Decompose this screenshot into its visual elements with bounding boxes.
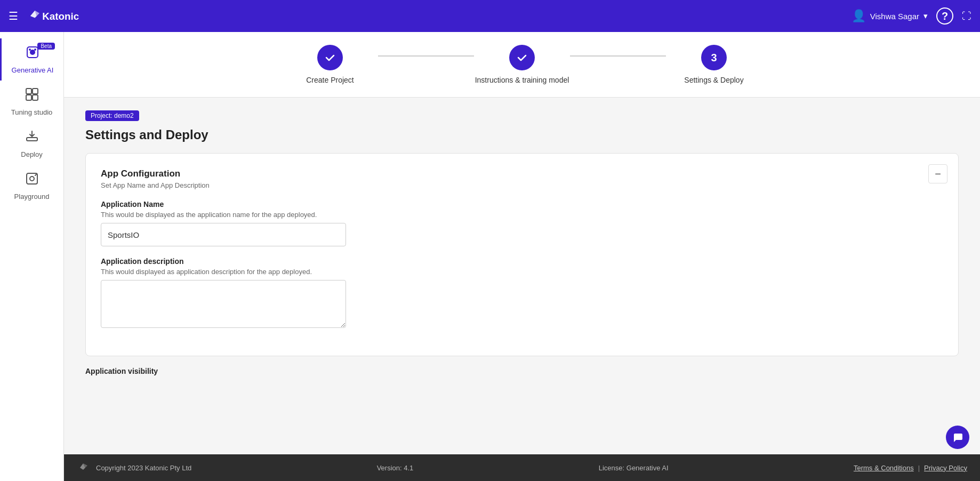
help-button[interactable]: ?: [936, 7, 953, 25]
step-create-project: Create Project: [282, 45, 378, 84]
sidebar: Beta Generative AI Tuning: [0, 32, 64, 481]
svg-rect-8: [33, 95, 38, 100]
deploy-icon: [25, 129, 39, 147]
page-content: Project: demo2 Settings and Deploy − App…: [64, 98, 980, 454]
sidebar-label-tuning-studio: Tuning studio: [11, 108, 53, 116]
app-visibility-label: Application visibility: [85, 367, 959, 375]
stepper-bar: Create Project Instructions & training m…: [64, 32, 980, 98]
footer-version: Version: 4.1: [377, 464, 414, 472]
main-layout: Beta Generative AI Tuning: [0, 32, 980, 481]
chat-bubble-button[interactable]: [946, 426, 969, 449]
chevron-down-icon: ▾: [923, 11, 928, 21]
svg-rect-7: [26, 95, 31, 100]
svg-point-3: [29, 49, 31, 51]
playground-icon: [25, 171, 39, 189]
sidebar-label-generative-ai: Generative AI: [12, 66, 54, 74]
svg-point-2: [30, 50, 35, 55]
step-2-circle: [509, 45, 535, 70]
app-name-input[interactable]: [101, 223, 346, 246]
tuning-studio-icon: [25, 87, 39, 105]
sidebar-item-deploy[interactable]: Deploy: [0, 123, 63, 165]
app-name-hint: This would be displayed as the applicati…: [101, 211, 943, 219]
sidebar-label-deploy: Deploy: [21, 150, 42, 158]
user-avatar-icon: 👤: [852, 9, 866, 23]
main-content: Create Project Instructions & training m…: [64, 32, 980, 481]
sidebar-label-playground: Playground: [14, 193, 50, 201]
header-right: 👤 Vishwa Sagar ▾ ? ⛶: [852, 7, 971, 25]
footer: Copyright 2023 Katonic Pty Ltd Version: …: [64, 454, 980, 481]
app-config-card: − App Configuration Set App Name and App…: [85, 153, 959, 356]
sidebar-item-tuning-studio[interactable]: Tuning studio: [0, 81, 63, 123]
app-name-label: Application Name: [101, 200, 943, 209]
app-name-field-group: Application Name This would be displayed…: [101, 200, 943, 246]
footer-copyright: Copyright 2023 Katonic Pty Ltd: [96, 464, 191, 472]
user-name: Vishwa Sagar: [870, 12, 919, 21]
footer-left: Copyright 2023 Katonic Pty Ltd: [77, 460, 191, 475]
card-subtitle: Set App Name and App Description: [101, 181, 943, 189]
sidebar-item-playground[interactable]: Playground: [0, 165, 63, 207]
fullscreen-icon[interactable]: ⛶: [962, 11, 971, 22]
step-settings-deploy: 3 Settings & Deploy: [666, 45, 762, 84]
svg-point-4: [34, 49, 36, 51]
footer-divider: |: [918, 464, 920, 472]
step-2-label: Instructions & training model: [475, 76, 569, 84]
footer-links: Terms & Conditions | Privacy Policy: [854, 464, 967, 472]
collapse-button[interactable]: −: [928, 164, 947, 183]
project-badge: Project: demo2: [85, 110, 139, 121]
privacy-link[interactable]: Privacy Policy: [924, 464, 967, 472]
header-left: ☰ Katonic: [9, 6, 91, 26]
svg-rect-9: [27, 138, 37, 141]
footer-logo-icon: [77, 460, 92, 475]
svg-point-11: [30, 177, 34, 181]
step-3-label: Settings & Deploy: [684, 76, 743, 84]
terms-link[interactable]: Terms & Conditions: [854, 464, 914, 472]
svg-text:Katonic: Katonic: [42, 11, 79, 22]
step-1-circle: [317, 45, 343, 70]
user-menu[interactable]: 👤 Vishwa Sagar ▾: [852, 9, 928, 23]
step-1-label: Create Project: [306, 76, 354, 84]
step-connector-1: [378, 55, 474, 57]
sidebar-item-generative-ai[interactable]: Beta Generative AI: [0, 38, 63, 81]
card-title: App Configuration: [101, 169, 943, 179]
beta-badge: Beta: [37, 43, 55, 50]
step-3-circle: 3: [701, 45, 727, 70]
page-title: Settings and Deploy: [85, 127, 959, 142]
chat-icon: [952, 431, 963, 443]
app-desc-label: Application description: [101, 257, 943, 266]
app-desc-hint: This would displayed as application desc…: [101, 268, 943, 276]
step-connector-2: [570, 55, 666, 57]
stepper: Create Project Instructions & training m…: [282, 45, 762, 84]
svg-rect-6: [33, 89, 38, 94]
footer-license: License: Generative AI: [599, 464, 669, 472]
app-desc-field-group: Application description This would displ…: [101, 257, 943, 330]
svg-rect-5: [26, 89, 31, 94]
app-header: ☰ Katonic 👤 Vishwa Sagar ▾ ? ⛶: [0, 0, 980, 32]
logo-svg: Katonic: [27, 6, 91, 26]
hamburger-icon[interactable]: ☰: [9, 10, 18, 22]
app-desc-textarea[interactable]: [101, 280, 346, 328]
step-instructions: Instructions & training model: [474, 45, 570, 84]
logo: Katonic: [27, 6, 91, 26]
